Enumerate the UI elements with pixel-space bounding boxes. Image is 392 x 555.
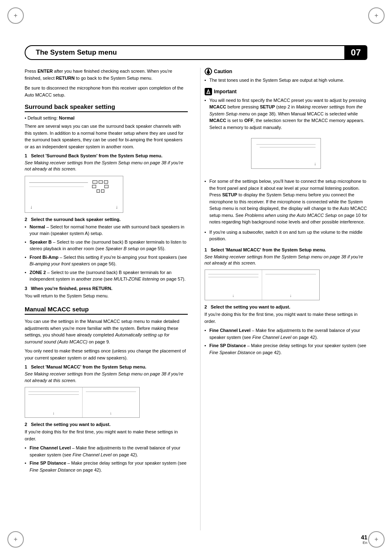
page: The System Setup menu 07 Press ENTER aft… [0,0,392,555]
important-title: ! Important [205,88,368,95]
surround-body: There are several ways you can use the s… [25,123,188,150]
surround-step3-heading: 3 When you're finished, press RETURN. [25,286,188,291]
hand-icon [206,69,210,74]
header-title: The System Setup menu [36,48,117,57]
right-column: Caution The test tones used in the Syste… [200,68,368,530]
surround-step1-italic: See Making receiver settings from the Sy… [25,160,188,173]
surround-bullet-list: Normal – Select for normal home theater … [25,223,188,283]
right-bullets: For some of the settings below, you'll h… [205,178,368,242]
header-bar: The System Setup menu 07 [25,45,367,60]
bullet-zone2: ZONE 2 – Select to use the (surround bac… [25,269,188,283]
caution-bullet-item: The test tones used in the System Setup … [205,77,368,84]
page-number-sub: En [361,541,367,545]
right-bullet-microphone: For some of the settings below, you'll h… [205,178,368,226]
right-screen-half-right: ↓ [262,270,319,300]
intro-para2: Be sure to disconnect the microphone fro… [25,85,188,98]
right-bullet-fine-channel: Fine Channel Level – Make fine adjustmen… [205,327,368,341]
caution-box: Caution The test tones used in the Syste… [205,68,368,84]
corner-mark-tr [368,7,385,24]
right-manual-bullets: Fine Channel Level – Make fine adjustmen… [205,327,368,356]
right-step2-heading: 2 Select the setting you want to adjust. [205,304,368,309]
manual-step2-text: If you're doing this for the first time,… [25,428,188,442]
corner-mark-tl [7,7,24,24]
right-step1-italic: See Making receiver settings from the Sy… [205,254,368,267]
screen-half-left: ↓ [25,387,83,417]
warning-triangle-icon: ! [206,89,210,94]
bullet-speaker-b: Speaker B – Select to use the (surround … [25,239,188,252]
intro-para1: Press ENTER after you have finished chec… [25,68,188,81]
caution-bullet: The test tones used in the System Setup … [205,77,368,84]
right-bullet-subwoofer: If you're using a subwoofer, switch it o… [205,229,368,242]
surround-step3-text: You will return to the System Setup menu… [25,292,188,299]
right-step1-heading: 1 Select 'Manual MCACC' from the System … [205,247,368,252]
corner-mark-bl [7,531,24,548]
bullet-fine-sp: Fine SP Distance – Make precise delay se… [25,460,188,473]
left-column: Press ENTER after you have finished chec… [25,68,192,530]
corner-mark-br [368,531,385,548]
manual-mcacc-body2: You only need to make these settings onc… [25,348,188,361]
manual-step1-heading: 1 Select 'Manual MCACC' from the System … [25,364,188,369]
surround-heading: Surround back speaker setting [25,103,188,112]
header-title-box: The System Setup menu [25,45,344,60]
caution-icon [205,68,212,75]
screen-mockup-surround: ↓ ↓ [25,176,123,213]
speaker-diagram [86,180,115,207]
right-screen-half-left: ↓ [205,270,263,300]
right-bullet-fine-sp: Fine SP Distance – Make precise delay se… [205,342,368,356]
manual-step1-italic: See Making receiver settings from the Sy… [25,371,188,384]
screen-half-right: ↓ [83,387,140,417]
bullet-fine-channel: Fine Channel Level – Make fine adjustmen… [25,444,188,458]
manual-mcacc-heading: Manual MCACC setup [25,306,188,315]
manual-bullet-list: Fine Channel Level – Make fine adjustmen… [25,444,188,473]
bullet-front-biamp: Front Bi-Amp – Select this setting if yo… [25,254,188,267]
surround-step1-heading: 1 Select 'Surround Back System' from the… [25,153,188,158]
chapter-number: 07 [344,45,367,60]
manual-step2-heading: 2 Select the setting you want to adjust. [25,422,188,427]
surround-step2-heading: 2 Select the surround back speaker setti… [25,217,188,222]
screen-mockup-right-manual: ↓ ↓ [205,269,320,300]
important-bullet: You will need to first specify the MCACC… [205,97,368,131]
bullet-normal: Normal – Select for normal home theater … [25,223,188,237]
important-label: Important [214,89,237,94]
page-number-area: 41 En [361,534,367,545]
caution-label: Caution [214,69,233,74]
main-content: Press ENTER after you have finished chec… [25,68,367,530]
important-icon: ! [205,88,212,95]
surround-default: • Default setting: Normal [25,115,188,120]
svg-text:!: ! [208,91,208,94]
important-bullet-item: You will need to first specify the MCACC… [205,97,368,131]
caution-title: Caution [205,68,368,75]
screen-mockup-manual: ↓ ↓ [25,387,140,418]
right-step2-text: If you're doing this for the first time,… [205,311,368,325]
important-box: ! Important You will need to first speci… [205,88,368,131]
page-number: 41 [361,534,367,541]
screen-mockup-important: ↓ [251,138,321,169]
manual-mcacc-body1: You can use the settings in the Manual M… [25,318,188,345]
